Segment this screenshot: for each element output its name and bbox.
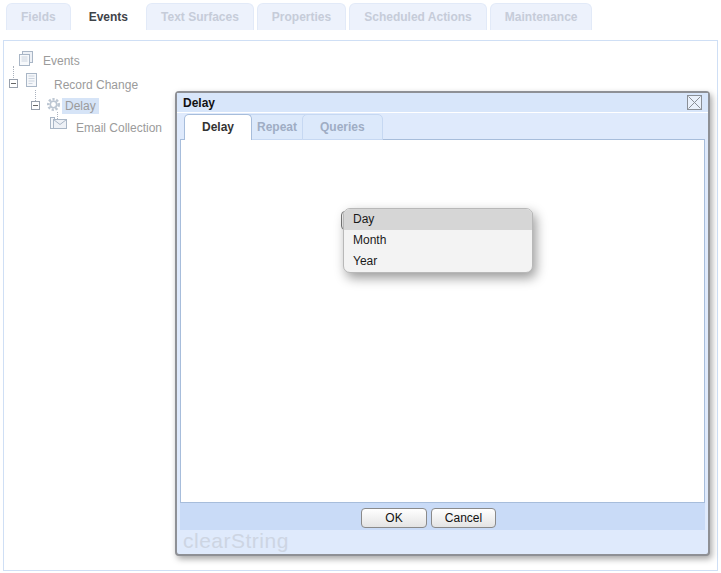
dialog-tab-queries[interactable]: Queries — [302, 114, 383, 140]
tree-item-email-collection[interactable]: Email Collection — [76, 121, 162, 135]
cancel-button[interactable]: Cancel — [431, 508, 496, 528]
document-icon — [24, 73, 39, 92]
dialog-tab-delay[interactable]: Delay — [184, 114, 252, 140]
dropdown-option-day[interactable]: Day — [344, 209, 532, 230]
dropdown-option-year[interactable]: Year — [344, 251, 532, 272]
envelope-icon — [50, 117, 68, 134]
tree-connector — [13, 66, 14, 78]
tree-item-delay[interactable]: Delay — [62, 98, 99, 114]
close-icon[interactable] — [687, 95, 702, 110]
pages-icon — [18, 51, 34, 69]
dialog-tab-panel — [180, 139, 705, 503]
tab-properties[interactable]: Properties — [257, 3, 346, 30]
clearstring-watermark: clearString — [183, 529, 289, 553]
tree-item-record-change[interactable]: Record Change — [54, 78, 138, 92]
dialog-title: Delay — [183, 96, 215, 110]
dialog-titlebar: Delay — [177, 93, 708, 113]
event-tree: Events Record Change Delay Email Collect… — [0, 0, 180, 160]
collapse-toggle[interactable] — [31, 101, 40, 110]
gear-icon — [46, 97, 61, 115]
ok-button[interactable]: OK — [361, 508, 427, 528]
delay-dialog: Delay Delay Repeat Queries Delay until N… — [175, 91, 710, 556]
collapse-toggle[interactable] — [9, 79, 18, 88]
dropdown-option-month[interactable]: Month — [344, 230, 532, 251]
tab-scheduled-actions[interactable]: Scheduled Actions — [349, 3, 487, 30]
start-of-next-dropdown: Day Month Year — [343, 208, 533, 273]
tree-item-events[interactable]: Events — [43, 54, 80, 68]
tab-maintenance[interactable]: Maintenance — [490, 3, 593, 30]
